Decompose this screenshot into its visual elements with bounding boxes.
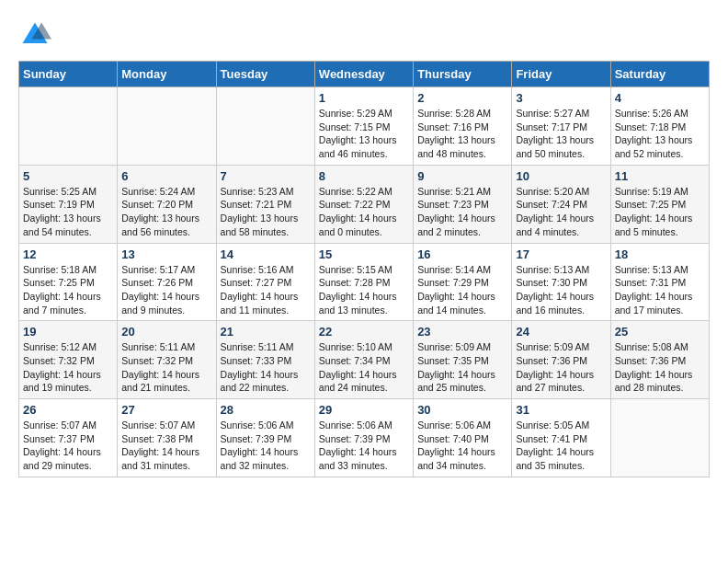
weekday-header-thursday: Thursday bbox=[414, 62, 512, 87]
day-number: 24 bbox=[516, 325, 606, 339]
day-number: 23 bbox=[417, 325, 507, 339]
calendar-cell: 3Sunrise: 5:27 AMSunset: 7:17 PMDaylight… bbox=[512, 87, 610, 166]
day-info: Sunrise: 5:13 AMSunset: 7:30 PMDaylight:… bbox=[516, 263, 606, 317]
logo-icon bbox=[18, 18, 51, 52]
day-number: 16 bbox=[417, 247, 507, 261]
day-number: 17 bbox=[516, 247, 606, 261]
header bbox=[18, 18, 710, 52]
day-info: Sunrise: 5:19 AMSunset: 7:25 PMDaylight:… bbox=[615, 185, 705, 239]
day-number: 11 bbox=[615, 169, 705, 183]
day-info: Sunrise: 5:16 AMSunset: 7:27 PMDaylight:… bbox=[221, 263, 311, 317]
day-info: Sunrise: 5:06 AMSunset: 7:39 PMDaylight:… bbox=[221, 419, 311, 473]
day-info: Sunrise: 5:21 AMSunset: 7:23 PMDaylight:… bbox=[417, 185, 507, 239]
calendar-cell: 4Sunrise: 5:26 AMSunset: 7:18 PMDaylight… bbox=[610, 87, 709, 166]
calendar-week-row: 26Sunrise: 5:07 AMSunset: 7:37 PMDayligh… bbox=[19, 399, 710, 477]
calendar-cell bbox=[610, 399, 709, 477]
day-info: Sunrise: 5:08 AMSunset: 7:36 PMDaylight:… bbox=[615, 340, 705, 395]
calendar-cell bbox=[19, 87, 118, 166]
calendar-cell: 22Sunrise: 5:10 AMSunset: 7:34 PMDayligh… bbox=[314, 321, 413, 399]
day-number: 14 bbox=[221, 247, 311, 261]
day-number: 10 bbox=[516, 169, 606, 183]
day-info: Sunrise: 5:05 AMSunset: 7:41 PMDaylight:… bbox=[516, 419, 606, 473]
weekday-header-tuesday: Tuesday bbox=[216, 62, 314, 87]
calendar-cell: 15Sunrise: 5:15 AMSunset: 7:28 PMDayligh… bbox=[314, 243, 413, 321]
logo bbox=[18, 18, 57, 52]
calendar-week-row: 12Sunrise: 5:18 AMSunset: 7:25 PMDayligh… bbox=[19, 243, 710, 321]
day-info: Sunrise: 5:15 AMSunset: 7:28 PMDaylight:… bbox=[319, 263, 409, 317]
day-info: Sunrise: 5:27 AMSunset: 7:17 PMDaylight:… bbox=[516, 107, 606, 161]
day-info: Sunrise: 5:23 AMSunset: 7:21 PMDaylight:… bbox=[221, 185, 311, 239]
calendar-cell: 21Sunrise: 5:11 AMSunset: 7:33 PMDayligh… bbox=[216, 321, 314, 399]
calendar-cell: 19Sunrise: 5:12 AMSunset: 7:32 PMDayligh… bbox=[19, 321, 118, 399]
calendar-cell: 20Sunrise: 5:11 AMSunset: 7:32 PMDayligh… bbox=[118, 321, 216, 399]
weekday-header-saturday: Saturday bbox=[610, 62, 709, 87]
calendar-cell: 2Sunrise: 5:28 AMSunset: 7:16 PMDaylight… bbox=[414, 87, 512, 166]
weekday-header-wednesday: Wednesday bbox=[314, 62, 413, 87]
day-number: 9 bbox=[417, 169, 507, 183]
day-number: 1 bbox=[319, 91, 409, 105]
day-number: 30 bbox=[417, 403, 507, 417]
day-number: 27 bbox=[121, 403, 211, 417]
day-info: Sunrise: 5:26 AMSunset: 7:18 PMDaylight:… bbox=[615, 107, 705, 161]
calendar-cell: 8Sunrise: 5:22 AMSunset: 7:22 PMDaylight… bbox=[314, 165, 413, 243]
calendar-cell: 29Sunrise: 5:06 AMSunset: 7:39 PMDayligh… bbox=[314, 399, 413, 477]
day-info: Sunrise: 5:13 AMSunset: 7:31 PMDaylight:… bbox=[615, 263, 705, 317]
calendar-cell: 16Sunrise: 5:14 AMSunset: 7:29 PMDayligh… bbox=[414, 243, 512, 321]
day-info: Sunrise: 5:17 AMSunset: 7:26 PMDaylight:… bbox=[121, 263, 211, 317]
calendar-cell: 25Sunrise: 5:08 AMSunset: 7:36 PMDayligh… bbox=[610, 321, 709, 399]
calendar-cell: 24Sunrise: 5:09 AMSunset: 7:36 PMDayligh… bbox=[512, 321, 610, 399]
day-number: 15 bbox=[319, 247, 409, 261]
day-info: Sunrise: 5:07 AMSunset: 7:38 PMDaylight:… bbox=[121, 419, 211, 473]
day-number: 4 bbox=[615, 91, 705, 105]
day-info: Sunrise: 5:24 AMSunset: 7:20 PMDaylight:… bbox=[121, 185, 211, 239]
day-info: Sunrise: 5:20 AMSunset: 7:24 PMDaylight:… bbox=[516, 185, 606, 239]
calendar-cell bbox=[118, 87, 216, 166]
day-number: 19 bbox=[23, 325, 113, 339]
calendar-table: SundayMondayTuesdayWednesdayThursdayFrid… bbox=[18, 61, 710, 477]
calendar-cell: 18Sunrise: 5:13 AMSunset: 7:31 PMDayligh… bbox=[610, 243, 709, 321]
calendar-week-row: 1Sunrise: 5:29 AMSunset: 7:15 PMDaylight… bbox=[19, 87, 710, 166]
day-info: Sunrise: 5:29 AMSunset: 7:15 PMDaylight:… bbox=[319, 107, 409, 161]
calendar-cell: 27Sunrise: 5:07 AMSunset: 7:38 PMDayligh… bbox=[118, 399, 216, 477]
day-info: Sunrise: 5:07 AMSunset: 7:37 PMDaylight:… bbox=[23, 419, 113, 473]
day-number: 6 bbox=[121, 169, 211, 183]
weekday-header-friday: Friday bbox=[512, 62, 610, 87]
day-number: 5 bbox=[23, 169, 113, 183]
weekday-header-row: SundayMondayTuesdayWednesdayThursdayFrid… bbox=[19, 62, 710, 87]
calendar-cell: 13Sunrise: 5:17 AMSunset: 7:26 PMDayligh… bbox=[118, 243, 216, 321]
calendar-cell: 17Sunrise: 5:13 AMSunset: 7:30 PMDayligh… bbox=[512, 243, 610, 321]
day-info: Sunrise: 5:11 AMSunset: 7:32 PMDaylight:… bbox=[121, 340, 211, 395]
calendar-cell: 11Sunrise: 5:19 AMSunset: 7:25 PMDayligh… bbox=[610, 165, 709, 243]
day-info: Sunrise: 5:18 AMSunset: 7:25 PMDaylight:… bbox=[23, 263, 113, 317]
calendar-cell: 28Sunrise: 5:06 AMSunset: 7:39 PMDayligh… bbox=[216, 399, 314, 477]
day-info: Sunrise: 5:28 AMSunset: 7:16 PMDaylight:… bbox=[417, 107, 507, 161]
day-info: Sunrise: 5:09 AMSunset: 7:35 PMDaylight:… bbox=[417, 340, 507, 395]
day-number: 21 bbox=[221, 325, 311, 339]
calendar-cell: 26Sunrise: 5:07 AMSunset: 7:37 PMDayligh… bbox=[19, 399, 118, 477]
calendar-week-row: 19Sunrise: 5:12 AMSunset: 7:32 PMDayligh… bbox=[19, 321, 710, 399]
day-info: Sunrise: 5:22 AMSunset: 7:22 PMDaylight:… bbox=[319, 185, 409, 239]
day-number: 18 bbox=[615, 247, 705, 261]
day-number: 28 bbox=[221, 403, 311, 417]
calendar-cell: 1Sunrise: 5:29 AMSunset: 7:15 PMDaylight… bbox=[314, 87, 413, 166]
day-number: 2 bbox=[417, 91, 507, 105]
calendar-cell: 7Sunrise: 5:23 AMSunset: 7:21 PMDaylight… bbox=[216, 165, 314, 243]
calendar-cell: 30Sunrise: 5:06 AMSunset: 7:40 PMDayligh… bbox=[414, 399, 512, 477]
calendar-cell bbox=[216, 87, 314, 166]
day-number: 3 bbox=[516, 91, 606, 105]
day-info: Sunrise: 5:10 AMSunset: 7:34 PMDaylight:… bbox=[319, 340, 409, 395]
calendar-cell: 31Sunrise: 5:05 AMSunset: 7:41 PMDayligh… bbox=[512, 399, 610, 477]
calendar-cell: 12Sunrise: 5:18 AMSunset: 7:25 PMDayligh… bbox=[19, 243, 118, 321]
day-number: 25 bbox=[615, 325, 705, 339]
calendar-week-row: 5Sunrise: 5:25 AMSunset: 7:19 PMDaylight… bbox=[19, 165, 710, 243]
day-number: 22 bbox=[319, 325, 409, 339]
day-info: Sunrise: 5:25 AMSunset: 7:19 PMDaylight:… bbox=[23, 185, 113, 239]
day-number: 13 bbox=[121, 247, 211, 261]
day-info: Sunrise: 5:06 AMSunset: 7:40 PMDaylight:… bbox=[417, 419, 507, 473]
day-number: 8 bbox=[319, 169, 409, 183]
day-number: 20 bbox=[121, 325, 211, 339]
day-number: 31 bbox=[516, 403, 606, 417]
day-info: Sunrise: 5:14 AMSunset: 7:29 PMDaylight:… bbox=[417, 263, 507, 317]
day-info: Sunrise: 5:06 AMSunset: 7:39 PMDaylight:… bbox=[319, 419, 409, 473]
day-info: Sunrise: 5:12 AMSunset: 7:32 PMDaylight:… bbox=[23, 340, 113, 395]
